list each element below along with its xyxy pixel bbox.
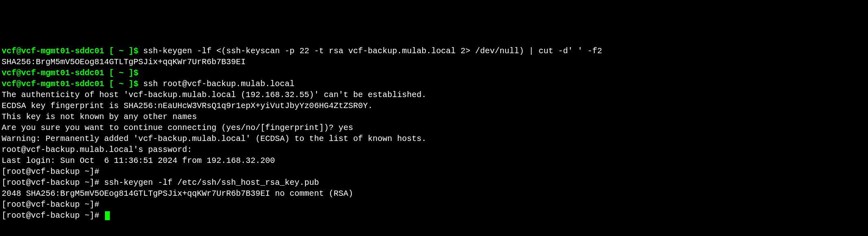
terminal-line: Are you sure you want to continue connec… [2, 122, 866, 133]
prompt-user-host: vcf@vcf-mgmt01-sddc01 [2, 79, 104, 89]
output-text: The authenticity of host 'vcf-backup.mul… [2, 90, 426, 100]
output-text: root@vcf-backup.mulab.local's password: [2, 145, 192, 154]
terminal-line: [root@vcf-backup ~]# [2, 210, 866, 221]
cursor-icon [105, 211, 110, 220]
terminal-line: root@vcf-backup.mulab.local's password: [2, 144, 866, 155]
terminal-line: vcf@vcf-mgmt01-sddc01 [ ~ ]$ ssh root@vc… [2, 78, 866, 89]
terminal-line: [root@vcf-backup ~]# [2, 199, 866, 210]
prompt-user-host: vcf@vcf-mgmt01-sddc01 [2, 68, 104, 78]
root-prompt: [root@vcf-backup ~]# [2, 167, 104, 176]
terminal-line: [root@vcf-backup ~]# ssh-keygen -lf /etc… [2, 177, 866, 188]
terminal-line: 2048 SHA256:BrgM5mV5OEog814GTLTgPSJix+qq… [2, 188, 866, 199]
prompt-path-bracket: [ ~ ]$ [104, 79, 143, 89]
root-prompt: [root@vcf-backup ~]# [2, 178, 104, 187]
output-text: ECDSA key fingerprint is SHA256:nEaUHcW3… [2, 101, 373, 110]
terminal-line: Last login: Sun Oct 6 11:36:51 2024 from… [2, 155, 866, 166]
terminal-line: The authenticity of host 'vcf-backup.mul… [2, 89, 866, 100]
terminal-line: vcf@vcf-mgmt01-sddc01 [ ~ ]$ [2, 67, 866, 78]
output-text: Are you sure you want to continue connec… [2, 123, 353, 132]
output-text: 2048 SHA256:BrgM5mV5OEog814GTLTgPSJix+qq… [2, 189, 353, 198]
terminal-line: ECDSA key fingerprint is SHA256:nEaUHcW3… [2, 100, 866, 111]
prompt-user-host: vcf@vcf-mgmt01-sddc01 [2, 46, 104, 56]
terminal-line: vcf@vcf-mgmt01-sddc01 [ ~ ]$ ssh-keygen … [2, 45, 866, 56]
terminal-line: SHA256:BrgM5mV5OEog814GTLTgPSJix+qqKWr7U… [2, 56, 866, 67]
command-text: ssh root@vcf-backup.mulab.local [143, 79, 294, 89]
command-text: ssh-keygen -lf /etc/ssh/ssh_host_rsa_key… [104, 178, 319, 187]
root-prompt: [root@vcf-backup ~]# [2, 211, 104, 220]
command-text: ssh-keygen -lf <(ssh-keyscan -p 22 -t rs… [143, 46, 602, 56]
output-text: Last login: Sun Oct 6 11:36:51 2024 from… [2, 156, 275, 165]
terminal-output[interactable]: vcf@vcf-mgmt01-sddc01 [ ~ ]$ ssh-keygen … [2, 45, 866, 221]
root-prompt: [root@vcf-backup ~]# [2, 200, 104, 209]
output-text: SHA256:BrgM5mV5OEog814GTLTgPSJix+qqKWr7U… [2, 57, 246, 67]
terminal-line: This key is not known by any other names [2, 111, 866, 122]
prompt-path-bracket: [ ~ ]$ [104, 46, 143, 56]
output-text: This key is not known by any other names [2, 112, 197, 121]
terminal-line: Warning: Permanently added 'vcf-backup.m… [2, 133, 866, 144]
prompt-path-bracket: [ ~ ]$ [104, 68, 143, 78]
output-text: Warning: Permanently added 'vcf-backup.m… [2, 134, 426, 143]
terminal-line: [root@vcf-backup ~]# [2, 166, 866, 177]
